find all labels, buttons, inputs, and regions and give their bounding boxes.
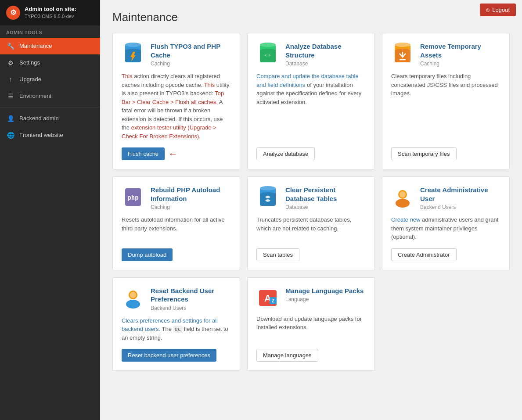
rebuild-autoload-icon: php (122, 186, 144, 208)
remove-temp-title-block: Remove Temporary Assets Caching (420, 42, 500, 67)
dump-autoload-button[interactable]: Dump autoload (122, 248, 173, 261)
card-remove-temp-header: Remove Temporary Assets Caching (391, 42, 500, 67)
sidebar-item-maintenance[interactable]: 🔧 Maintenance (0, 38, 100, 54)
reset-backend-category: Backend Users (151, 305, 231, 311)
sidebar-section-label: ADMIN TOOLS (0, 25, 100, 38)
main-content: Maintenance Flush TYPO3 and PHP Cache (100, 0, 522, 420)
reset-backend-title-block: Reset Backend User Preferences Backend U… (151, 287, 231, 311)
card-reset-backend-header: Reset Backend User Preferences Backend U… (122, 287, 231, 311)
flush-cache-button[interactable]: Flush cache (122, 147, 165, 160)
reset-backend-icon (122, 287, 144, 309)
sidebar-item-frontend-website-label: Frontend website (19, 132, 63, 138)
card-manage-lang: A Z Manage Language Packs Language Downl… (247, 277, 375, 371)
remove-temp-category: Caching (420, 61, 500, 67)
card-rebuild-autoload: php Rebuild PHP Autoload Information Cac… (112, 176, 240, 270)
card-create-admin: Create Administrative User Backend Users… (382, 176, 510, 270)
frontend-website-icon: 🌐 (6, 131, 15, 140)
environment-icon: ☰ (6, 92, 15, 101)
card-analyze-db: Analyze Database Structure Database Comp… (247, 33, 375, 169)
flush-cache-title-block: Flush TYPO3 and PHP Cache Caching (151, 42, 231, 67)
svg-point-3 (125, 43, 141, 47)
analyze-db-action: Analyze database (256, 147, 366, 160)
sidebar-item-settings[interactable]: ⚙ Settings (0, 54, 100, 71)
sidebar-item-frontend-website[interactable]: 🌐 Frontend website (0, 127, 100, 144)
reset-backend-title: Reset Backend User Preferences (151, 287, 231, 304)
remove-temp-description: Clears temporary files including concate… (391, 72, 500, 140)
sidebar-header: ⚙ Admin tool on site: TYPO3 CMS 9.5.0-de… (0, 0, 100, 25)
reset-backend-user-preferences-button[interactable]: Reset backend user preferences (122, 349, 216, 362)
scan-tables-button[interactable]: Scan tables (256, 248, 299, 261)
create-admin-description: Create new administrative users and gran… (391, 215, 500, 241)
app-site-name: TYPO3 CMS 9.5.0-dev (25, 13, 76, 20)
card-rebuild-autoload-header: php Rebuild PHP Autoload Information Cac… (122, 186, 231, 210)
cards-grid: Flush TYPO3 and PHP Cache Caching This a… (112, 33, 510, 371)
svg-point-10 (266, 54, 270, 57)
remove-temp-title: Remove Temporary Assets (420, 42, 500, 59)
sidebar-item-backend-admin-label: Backend admin (19, 115, 59, 122)
card-analyze-db-header: Analyze Database Structure Database (256, 42, 366, 67)
card-manage-lang-header: A Z Manage Language Packs Language (256, 287, 366, 309)
logout-icon: ⎋ (486, 7, 490, 13)
manage-languages-button[interactable]: Manage languages (256, 349, 318, 362)
flush-cache-icon (122, 42, 144, 65)
svg-point-19 (260, 186, 276, 190)
flush-cache-title: Flush TYPO3 and PHP Cache (151, 42, 231, 59)
create-administrator-button[interactable]: Create Administrator (391, 248, 457, 261)
create-admin-action: Create Administrator (391, 248, 500, 261)
manage-lang-description: Download and update language packs for i… (256, 315, 366, 342)
sidebar-item-maintenance-label: Maintenance (19, 43, 52, 49)
remove-temp-action: Scan temporary files (391, 147, 500, 160)
svg-point-25 (126, 300, 140, 309)
rebuild-autoload-category: Caching (151, 204, 231, 210)
manage-lang-title: Manage Language Packs (285, 287, 366, 295)
analyze-db-button[interactable]: Analyze database (256, 147, 315, 160)
rebuild-autoload-description: Resets autoload information for all acti… (122, 215, 231, 241)
app-logo: ⚙ (6, 6, 20, 20)
analyze-db-description: Compare and update the database table an… (256, 72, 366, 140)
sidebar-item-backend-admin[interactable]: 👤 Backend admin (0, 110, 100, 127)
svg-point-23 (400, 191, 406, 197)
card-remove-temp: Remove Temporary Assets Caching Clears t… (382, 33, 510, 169)
clear-persistent-title: Clear Persistent Database Tables (285, 186, 366, 203)
app-title-block: Admin tool on site: TYPO3 CMS 9.5.0-dev (25, 5, 76, 20)
sidebar-item-upgrade[interactable]: ↑ Upgrade (0, 71, 100, 88)
rebuild-autoload-title-block: Rebuild PHP Autoload Information Caching (151, 186, 231, 210)
sidebar-item-environment-label: Environment (19, 93, 51, 99)
sidebar-item-environment[interactable]: ☰ Environment (0, 88, 100, 104)
svg-point-8 (260, 43, 276, 47)
clear-persistent-category: Database (285, 204, 366, 210)
rebuild-autoload-title: Rebuild PHP Autoload Information (151, 186, 231, 203)
manage-lang-icon: A Z (256, 287, 279, 309)
sidebar: ⚙ Admin tool on site: TYPO3 CMS 9.5.0-de… (0, 0, 100, 420)
analyze-db-category: Database (285, 61, 366, 67)
settings-icon: ⚙ (6, 58, 15, 67)
svg-point-22 (396, 199, 410, 208)
logout-button[interactable]: ⎋ Logout (480, 4, 516, 16)
clear-persistent-icon (256, 186, 279, 208)
svg-text:php: php (127, 194, 138, 201)
card-flush-cache: Flush TYPO3 and PHP Cache Caching This a… (112, 33, 240, 169)
page-title: Maintenance (112, 11, 510, 24)
topbar: ⎋ Logout (474, 0, 522, 20)
svg-point-9 (260, 49, 276, 53)
card-clear-persistent-header: Clear Persistent Database Tables Databas… (256, 186, 366, 210)
remove-temp-icon (391, 42, 414, 65)
scan-temp-files-button[interactable]: Scan temporary files (391, 147, 457, 160)
create-admin-title-block: Create Administrative User Backend Users (420, 186, 500, 210)
create-admin-icon (391, 186, 414, 208)
svg-point-26 (130, 292, 136, 298)
card-create-admin-header: Create Administrative User Backend Users (391, 186, 500, 210)
sidebar-divider (0, 107, 100, 108)
sidebar-item-upgrade-label: Upgrade (19, 76, 41, 83)
svg-point-13 (395, 43, 410, 47)
sidebar-item-settings-label: Settings (19, 59, 40, 66)
analyze-db-title: Analyze Database Structure (285, 42, 366, 59)
reset-backend-action: Reset backend user preferences (122, 349, 231, 362)
manage-lang-title-block: Manage Language Packs Language (285, 287, 366, 303)
card-reset-backend: Reset Backend User Preferences Backend U… (112, 277, 240, 371)
clear-persistent-title-block: Clear Persistent Database Tables Databas… (285, 186, 366, 210)
create-admin-category: Backend Users (420, 204, 500, 210)
analyze-db-icon (256, 42, 279, 65)
create-admin-title: Create Administrative User (420, 186, 500, 203)
rebuild-autoload-action: Dump autoload (122, 248, 231, 261)
